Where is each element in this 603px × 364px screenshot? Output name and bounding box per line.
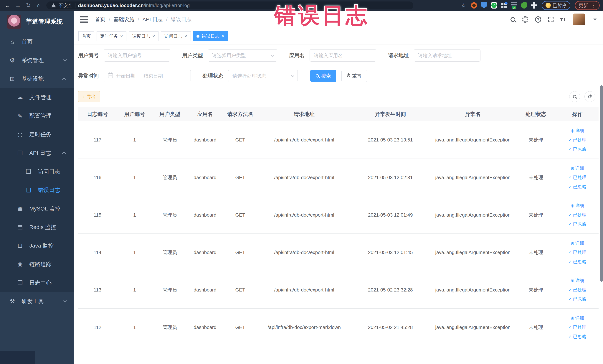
user-menu-caret-icon[interactable] xyxy=(593,19,597,21)
action-link-processed[interactable]: ✓已处理 xyxy=(568,325,586,329)
request-url-input[interactable] xyxy=(418,53,476,59)
sidebar-item-文件管理[interactable]: ☁文件管理 xyxy=(0,88,74,107)
close-icon[interactable]: × xyxy=(120,34,123,39)
ext-grid-icon[interactable] xyxy=(501,2,507,9)
browser-menu-icon[interactable]: ⋮ xyxy=(591,3,596,8)
cell-操作: ◉详细✓已处理✓已忽略 xyxy=(556,234,599,271)
action-link-detail[interactable]: ◉详细 xyxy=(570,203,584,208)
font-size-icon[interactable]: ᴛT xyxy=(560,16,566,23)
sidebar-item-错误日志[interactable]: ❏错误日志 xyxy=(0,181,74,199)
reset-button[interactable]: 重置 xyxy=(341,70,367,82)
action-link-ignored[interactable]: ✓已忽略 xyxy=(568,297,586,301)
sidebar-item-首页[interactable]: ⌂首页 xyxy=(0,33,74,51)
scrollbar-thumb[interactable] xyxy=(600,85,603,282)
paused-extension-chip[interactable]: 已暂停 xyxy=(542,1,570,10)
breadcrumb-item[interactable]: API 日志 xyxy=(142,16,163,23)
ext-orange-icon[interactable] xyxy=(471,2,477,9)
sidebar-collapse-footer[interactable] xyxy=(0,351,35,364)
sidebar-item-访问日志[interactable]: ❏访问日志 xyxy=(0,162,74,181)
tab-首页[interactable]: 首页 xyxy=(78,31,94,41)
app-name-input[interactable] xyxy=(314,53,372,59)
table-row: 1161管理员dashboardGET/api/infra/db-doc/exp… xyxy=(78,159,599,196)
eye-icon: ◉ xyxy=(570,241,574,245)
cell-请求方法名: GET xyxy=(223,234,258,271)
sidebar-item-API 日志[interactable]: ❏API 日志 xyxy=(0,144,74,162)
tab-调度日志[interactable]: 调度日志× xyxy=(129,31,159,41)
sidebar-item-基础设施[interactable]: ⊞基础设施 xyxy=(0,70,74,88)
sidebar-item-定时任务[interactable]: ◷定时任务 xyxy=(0,125,74,144)
action-link-ignored[interactable]: ✓已忽略 xyxy=(568,334,586,339)
action-link-processed[interactable]: ✓已处理 xyxy=(568,250,586,255)
collapse-sidebar-icon[interactable] xyxy=(80,16,88,23)
sidebar-item-链路追踪[interactable]: ◉链路追踪 xyxy=(0,255,74,273)
search-button[interactable]: 搜索 xyxy=(310,70,336,82)
action-link-ignored[interactable]: ✓已忽略 xyxy=(568,185,586,189)
process-status-select[interactable]: 请选择处理状态 xyxy=(228,70,298,82)
sidebar-item-Java 监控[interactable]: ⊡Java 监控 xyxy=(0,236,74,255)
action-link-ignored[interactable]: ✓已忽略 xyxy=(568,147,586,152)
sidebar-item-label: 日志中心 xyxy=(29,279,52,287)
tab-错误日志[interactable]: 错误日志× xyxy=(193,31,228,41)
action-link-ignored[interactable]: ✓已忽略 xyxy=(568,259,586,264)
exception-time-range-picker[interactable]: 开始日期 - 结束日期 xyxy=(104,70,191,82)
github-icon[interactable] xyxy=(522,16,528,23)
chrome-update-chip[interactable]: 更新 ⋮ xyxy=(575,1,600,10)
check-icon: ✓ xyxy=(568,147,572,151)
ext-on-badge-icon[interactable] xyxy=(511,2,517,9)
export-button[interactable]: ↓ 导出 xyxy=(78,91,100,102)
close-icon[interactable]: × xyxy=(222,34,224,39)
user-id-input[interactable] xyxy=(108,53,166,59)
action-link-detail[interactable]: ◉详细 xyxy=(570,166,584,170)
cell-日志编号: 112 xyxy=(78,309,117,346)
sidebar-item-MySQL 监控[interactable]: ▦MySQL 监控 xyxy=(0,199,74,218)
browser-back-icon[interactable]: ← xyxy=(3,0,12,11)
browser-reload-icon[interactable]: ↻ xyxy=(24,0,33,11)
gear-icon: ⚙ xyxy=(9,57,16,64)
tab-访问日志[interactable]: 访问日志× xyxy=(161,31,191,41)
action-label: 详细 xyxy=(575,316,584,320)
close-icon[interactable]: × xyxy=(152,34,155,39)
tab-定时任务[interactable]: 定时任务× xyxy=(97,31,127,41)
bookmark-star-icon[interactable]: ☆ xyxy=(461,2,466,9)
breadcrumb-item[interactable]: 首页 xyxy=(95,16,105,23)
action-link-detail[interactable]: ◉详细 xyxy=(570,241,584,245)
search-icon[interactable] xyxy=(510,17,515,22)
browser-home-icon[interactable]: ⌂ xyxy=(35,0,43,11)
ext-shield-icon[interactable] xyxy=(481,2,487,9)
app-logo-row[interactable]: 芋道管理系统 xyxy=(0,11,74,33)
user-type-select[interactable]: 请选择用户类型 xyxy=(208,49,277,61)
cell-请求地址: /api/infra/db-doc/export-markdown xyxy=(258,309,350,346)
sidebar-item-Redis 监控[interactable]: ▤Redis 监控 xyxy=(0,218,74,236)
sidebar-item-日志中心[interactable]: ❐日志中心 xyxy=(0,273,74,292)
user-avatar[interactable] xyxy=(573,13,585,25)
sidebar-item-配置管理[interactable]: ✎配置管理 xyxy=(0,107,74,125)
browser-forward-icon[interactable]: → xyxy=(14,0,22,11)
close-icon[interactable]: × xyxy=(184,34,187,39)
ext-puzzle-icon[interactable] xyxy=(531,2,537,9)
toggle-search-button[interactable] xyxy=(569,91,580,102)
action-link-detail[interactable]: ◉详细 xyxy=(570,129,584,133)
sidebar-item-研发工具[interactable]: ⚒研发工具 xyxy=(0,292,74,311)
ext-check-icon[interactable] xyxy=(491,2,497,9)
cell-操作: ◉详细✓已处理✓已忽略 xyxy=(556,309,599,346)
refresh-table-button[interactable] xyxy=(584,91,595,102)
cell-用户类型: 管理员 xyxy=(152,159,187,196)
action-link-processed[interactable]: ✓已处理 xyxy=(568,288,586,292)
help-icon[interactable]: ? xyxy=(535,16,541,23)
sidebar-item-系统管理[interactable]: ⚙系统管理 xyxy=(0,51,74,70)
column-header-用户类型: 用户类型 xyxy=(152,107,187,121)
user-type-label: 用户类型 xyxy=(182,52,203,59)
cell-用户类型: 管理员 xyxy=(152,309,187,346)
row-actions: ◉详细✓已处理✓已忽略 xyxy=(556,203,599,226)
action-link-ignored[interactable]: ✓已忽略 xyxy=(568,222,586,226)
ext-leaf-icon[interactable] xyxy=(520,1,528,9)
timer-icon: ◷ xyxy=(16,131,24,138)
update-label: 更新 xyxy=(579,2,588,9)
action-link-processed[interactable]: ✓已处理 xyxy=(568,138,586,142)
action-link-processed[interactable]: ✓已处理 xyxy=(568,213,586,217)
action-link-detail[interactable]: ◉详细 xyxy=(570,316,584,320)
fullscreen-icon[interactable] xyxy=(548,17,554,22)
breadcrumb-item[interactable]: 基础设施 xyxy=(114,16,134,23)
action-link-processed[interactable]: ✓已处理 xyxy=(568,175,586,180)
action-link-detail[interactable]: ◉详细 xyxy=(570,278,584,283)
